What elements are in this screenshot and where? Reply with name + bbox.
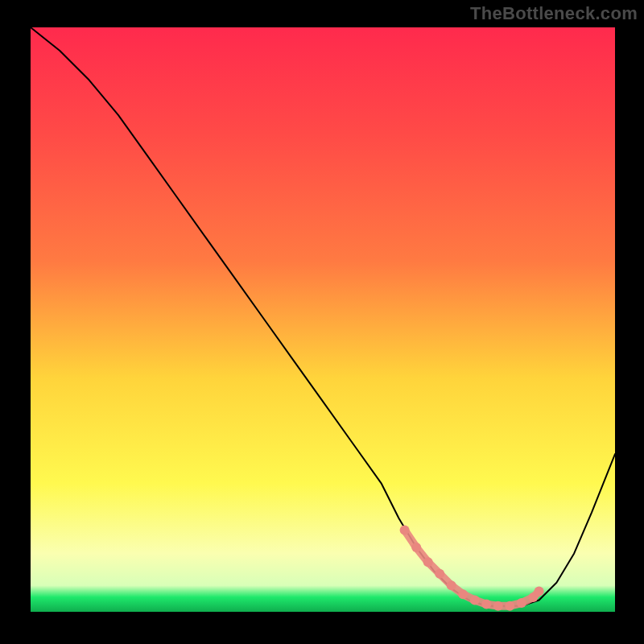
optimal-range-marker	[423, 557, 433, 567]
watermark-text: TheBottleneck.com	[470, 3, 638, 24]
optimal-range-marker	[493, 601, 503, 611]
optimal-range-marker	[447, 580, 456, 590]
optimal-range-marker	[411, 543, 421, 552]
optimal-range-marker	[505, 601, 514, 611]
optimal-range-marker	[458, 589, 468, 599]
optimal-range-marker	[535, 587, 544, 597]
optimal-range-marker	[517, 598, 526, 608]
chart-frame: TheBottleneck.com	[0, 0, 644, 644]
optimal-range-marker	[470, 596, 480, 605]
optimal-range-marker	[435, 569, 444, 579]
optimal-range-marker	[400, 525, 410, 535]
bottleneck-chart	[0, 0, 644, 644]
optimal-range-marker	[481, 600, 491, 609]
